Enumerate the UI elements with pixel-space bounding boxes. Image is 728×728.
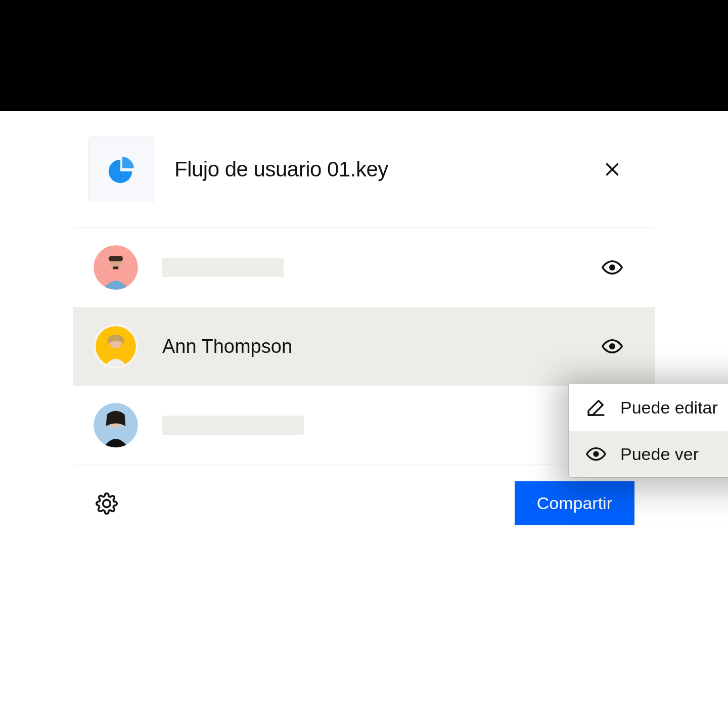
svg-point-4 xyxy=(609,264,615,270)
user-name-placeholder xyxy=(162,258,576,277)
user-name-label: Ann Thompson xyxy=(162,336,292,357)
gear-icon xyxy=(96,492,118,515)
eye-icon xyxy=(586,444,606,464)
svg-rect-3 xyxy=(113,266,119,269)
popover-option-view[interactable]: Puede ver xyxy=(569,431,728,477)
settings-button[interactable] xyxy=(94,490,120,517)
top-black-bar xyxy=(0,0,728,111)
user-row[interactable] xyxy=(73,386,655,465)
pencil-icon xyxy=(586,397,606,418)
eye-icon xyxy=(602,257,623,278)
user-name: Ann Thompson xyxy=(162,336,576,357)
permission-popover: Puede editar Puede ver xyxy=(569,384,728,477)
close-icon xyxy=(603,160,621,178)
avatar xyxy=(94,403,138,447)
dialog-footer: Compartir xyxy=(73,465,655,541)
popover-option-edit[interactable]: Puede editar xyxy=(569,384,728,431)
popover-option-label: Puede editar xyxy=(620,398,718,418)
close-button[interactable] xyxy=(600,157,624,181)
user-row-selected[interactable]: Ann Thompson xyxy=(73,307,655,386)
permission-toggle[interactable] xyxy=(600,255,624,280)
permission-toggle[interactable] xyxy=(600,334,624,358)
popover-option-label: Puede ver xyxy=(620,444,699,464)
avatar xyxy=(94,324,138,369)
svg-point-10 xyxy=(593,451,599,457)
avatar xyxy=(94,245,138,290)
user-row[interactable] xyxy=(73,228,655,307)
share-button[interactable]: Compartir xyxy=(515,481,634,525)
user-name-placeholder xyxy=(162,416,576,435)
keynote-file-icon xyxy=(88,136,154,202)
dialog-header: Flujo de usuario 01.key xyxy=(73,111,655,228)
svg-point-7 xyxy=(609,343,615,349)
dialog-title: Flujo de usuario 01.key xyxy=(174,157,580,181)
eye-icon xyxy=(602,336,623,357)
share-dialog: Flujo de usuario 01.key xyxy=(73,111,655,541)
pie-chart-icon xyxy=(106,154,137,185)
svg-rect-2 xyxy=(109,256,123,261)
